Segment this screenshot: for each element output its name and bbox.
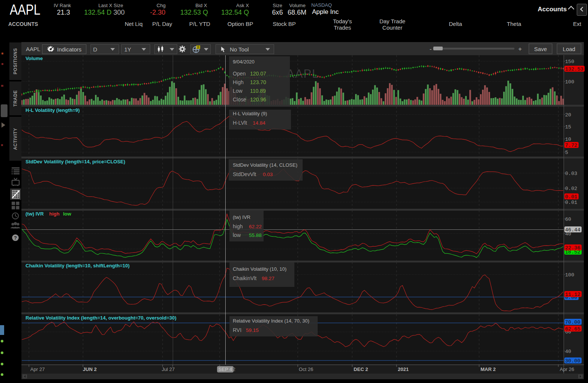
- svg-text:10: 10: [565, 137, 571, 142]
- svg-text:low: low: [233, 232, 241, 238]
- svg-text:0.03: 0.03: [565, 171, 577, 176]
- svg-text:20: 20: [565, 112, 571, 118]
- svg-text:Close: Close: [233, 97, 246, 103]
- svg-text:9/04/2020: 9/04/2020: [233, 59, 255, 65]
- svg-text:0.01: 0.01: [565, 200, 577, 205]
- svg-text:Apr 27: Apr 27: [30, 366, 45, 372]
- svg-text:Low: Low: [233, 88, 243, 94]
- svg-text:low: low: [63, 211, 72, 217]
- svg-text:AAPL: AAPL: [286, 67, 319, 80]
- svg-text:High: High: [233, 79, 244, 85]
- svg-text:high: high: [49, 211, 59, 217]
- svg-text:StdDev Volatility (14, CLOSE): StdDev Volatility (14, CLOSE): [233, 162, 297, 168]
- svg-text:Apr 26: Apr 26: [560, 366, 574, 372]
- svg-text:59.15: 59.15: [246, 327, 259, 333]
- svg-text:30.00: 30.00: [565, 358, 580, 364]
- svg-text:5: 5: [565, 150, 568, 155]
- svg-text:Oct 26: Oct 26: [299, 366, 313, 372]
- svg-text:Chaikin Volatility (10, 10): Chaikin Volatility (10, 10): [233, 266, 286, 272]
- svg-text:StdDevVlt: StdDevVlt: [233, 171, 256, 177]
- svg-text:Relative Volatility Index (14,: Relative Volatility Index (14, 70, 30): [233, 318, 309, 324]
- svg-text:120.96: 120.96: [250, 97, 266, 103]
- svg-text:RVI: RVI: [233, 327, 241, 333]
- svg-text:55.88: 55.88: [249, 232, 262, 238]
- svg-text:62.65: 62.65: [565, 326, 580, 332]
- svg-text:60: 60: [565, 217, 571, 222]
- svg-text:MAR 2: MAR 2: [481, 366, 496, 372]
- svg-text:Open: Open: [233, 71, 246, 77]
- svg-text:ChaikinVlt: ChaikinVlt: [233, 275, 256, 281]
- svg-text:120.07: 120.07: [250, 71, 266, 77]
- svg-text:H-L Volatility (9): H-L Volatility (9): [233, 111, 267, 116]
- svg-text:?: ?: [14, 235, 17, 241]
- svg-text:132.53: 132.53: [565, 66, 583, 72]
- svg-text:0.02: 0.02: [565, 186, 577, 192]
- svg-text:(tw) IVR: (tw) IVR: [233, 214, 250, 220]
- svg-text:(tw) IVR: (tw) IVR: [26, 211, 44, 217]
- svg-text:40: 40: [565, 349, 571, 354]
- svg-text:0.03: 0.03: [263, 172, 273, 177]
- svg-text:high: high: [233, 223, 243, 229]
- svg-text:46.44: 46.44: [565, 227, 580, 233]
- svg-text:62.22: 62.22: [249, 224, 262, 229]
- svg-text:0.01: 0.01: [565, 194, 577, 200]
- svg-text:123.70: 123.70: [250, 79, 266, 85]
- svg-text:Relative Volatility Index (len: Relative Volatility Index (length=14, ov…: [26, 315, 176, 321]
- svg-text:98.27: 98.27: [262, 276, 274, 281]
- svg-text:7.72: 7.72: [565, 143, 577, 148]
- svg-text:JUN 2: JUN 2: [83, 366, 97, 372]
- svg-text:15: 15: [565, 124, 571, 130]
- svg-text:100: 100: [565, 272, 574, 278]
- svg-text:DEC 2: DEC 2: [354, 366, 368, 372]
- svg-text:22.36: 22.36: [565, 245, 580, 251]
- svg-text:StdDev Volatility (length=14,: StdDev Volatility (length=14, price=CLOS…: [26, 159, 125, 164]
- svg-text:SEP 4: SEP 4: [219, 366, 232, 372]
- svg-text:100: 100: [565, 79, 574, 85]
- svg-text:70.00: 70.00: [565, 320, 580, 325]
- svg-text:2021: 2021: [398, 366, 409, 372]
- svg-text:150: 150: [565, 59, 574, 65]
- svg-text:H-LVlt: H-LVlt: [233, 120, 247, 126]
- svg-text:Chaikin Volatility (length=10,: Chaikin Volatility (length=10, shiftLeng…: [26, 263, 130, 268]
- svg-text:11.12: 11.12: [565, 292, 580, 297]
- svg-text:Jul 27: Jul 27: [162, 366, 175, 372]
- svg-text:14.84: 14.84: [253, 120, 265, 126]
- svg-text:110.89: 110.89: [250, 88, 266, 94]
- svg-text:Volume: Volume: [26, 56, 43, 61]
- svg-text:H-L Volatility (length=9): H-L Volatility (length=9): [26, 107, 80, 113]
